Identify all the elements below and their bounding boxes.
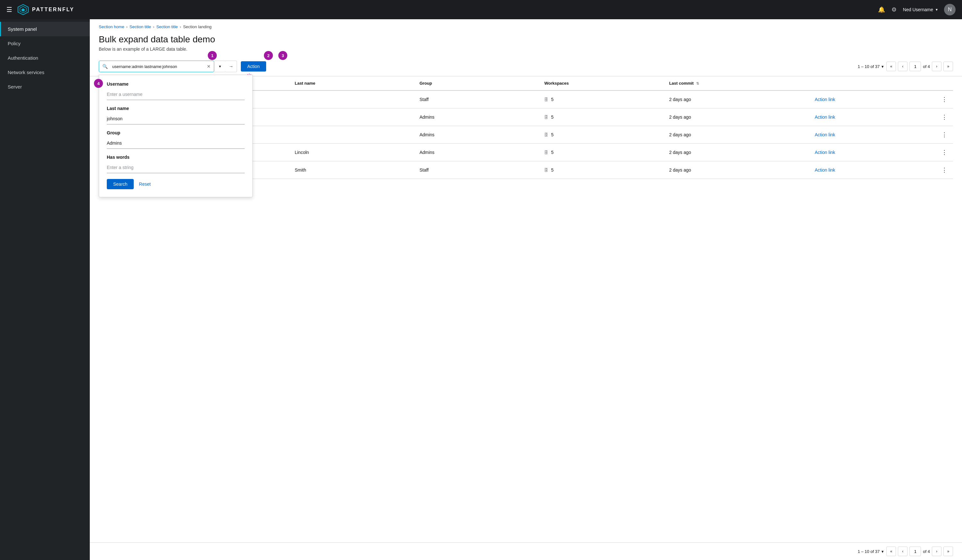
search-clear-button[interactable]: ✕	[203, 64, 214, 69]
cell-workspaces: 🗄 5	[540, 144, 665, 161]
pagination-prev-button[interactable]: ‹	[898, 61, 907, 71]
breadcrumb-link-title2[interactable]: Section title	[156, 24, 178, 29]
pagination-of-label: of 4	[923, 64, 930, 69]
settings-icon[interactable]: ⚙	[891, 6, 897, 13]
lastname-label: Last name	[107, 106, 245, 111]
cell-group: Admins	[416, 126, 540, 144]
sidebar-item-label: System panel	[8, 26, 37, 32]
dropdown-actions: Search Reset	[107, 179, 245, 189]
bottom-pagination-first-button[interactable]: «	[886, 547, 896, 556]
pagination-first-button[interactable]: «	[886, 61, 896, 71]
pagination-page-input[interactable]	[909, 61, 921, 71]
cell-lastname: Smith	[291, 161, 416, 179]
action-link[interactable]: Action link	[815, 97, 835, 102]
sidebar-item-label: Policy	[8, 41, 21, 46]
sidebar-item-systempanel[interactable]: System panel	[0, 22, 90, 36]
username-input[interactable]	[107, 89, 245, 100]
bottom-pagination-last-button[interactable]: »	[943, 547, 953, 556]
sidebar-item-authentication[interactable]: Authentication	[0, 51, 90, 65]
annotation-badge-1: 1	[208, 51, 217, 60]
toolbar-pagination: 1 – 10 of 37 ▾ « ‹ of 4 › »	[858, 61, 953, 71]
cell-group: Admins	[416, 108, 540, 126]
workspaces-count: 5	[551, 168, 554, 173]
reset-button[interactable]: Reset	[139, 182, 151, 187]
action-link[interactable]: Action link	[815, 168, 835, 173]
topnav: ☰ PATTERNFLY 🔔 ⚙ Ned Username ▾ N	[0, 0, 962, 19]
sidebar-item-label: Authentication	[8, 55, 38, 61]
breadcrumb-sep-2: ›	[153, 24, 154, 29]
cell-group: Staff	[416, 90, 540, 108]
workspaces-count: 5	[551, 150, 554, 155]
sidebar-item-policy[interactable]: Policy	[0, 36, 90, 51]
sidebar-item-networkservices[interactable]: Network services	[0, 65, 90, 79]
sidebar-item-label: Network services	[8, 69, 44, 75]
lastname-input[interactable]	[107, 113, 245, 124]
hamburger-icon[interactable]: ☰	[6, 6, 12, 13]
bottom-pagination: 1 – 10 of 37 ▾ « ‹ of 4 › »	[90, 542, 962, 560]
topnav-actions: 🔔 ⚙ Ned Username ▾ N	[878, 4, 956, 15]
col-header-workspaces: Workspaces	[540, 76, 665, 90]
workspaces-count: 5	[551, 97, 554, 102]
cell-lastname	[291, 126, 416, 144]
bottom-pagination-page-input[interactable]	[909, 547, 921, 556]
sidebar-item-label: Server	[8, 84, 22, 89]
action-link[interactable]: Action link	[815, 150, 835, 155]
search-expand-button[interactable]: ▾	[214, 61, 226, 72]
workspace-icon: 🗄	[544, 168, 548, 173]
page-subtitle: Below is an example of a LARGE data tabl…	[99, 47, 953, 52]
row-menu-button[interactable]: ⋮	[939, 113, 949, 121]
cell-lastname	[291, 108, 416, 126]
row-menu-button[interactable]: ⋮	[939, 95, 949, 103]
notification-icon[interactable]: 🔔	[878, 6, 885, 13]
lastname-field-group: Last name	[107, 106, 245, 124]
row-menu-button[interactable]: ⋮	[939, 166, 949, 174]
bottom-pagination-range: 1 – 10 of 37 ▾	[858, 549, 885, 555]
username-label: Ned Username	[903, 7, 933, 12]
row-menu-button[interactable]: ⋮	[939, 131, 949, 139]
logo: PATTERNFLY	[17, 4, 74, 15]
cell-lastcommit: 2 days ago	[665, 90, 811, 108]
cell-group: Admins	[416, 144, 540, 161]
toolbar: 1 2 3 🔍 username:admin lastname:johnson …	[90, 57, 962, 76]
search-button[interactable]: Search	[107, 179, 134, 189]
search-icon: 🔍	[99, 64, 111, 69]
col-header-lastcommit: Last commit ⇅	[665, 76, 811, 90]
breadcrumb-link-title1[interactable]: Section title	[129, 24, 151, 29]
search-arrow-button[interactable]: →	[226, 61, 237, 72]
workspaces-count: 5	[551, 132, 554, 137]
row-menu-button[interactable]: ⋮	[939, 148, 949, 157]
user-dropdown-arrow: ▾	[936, 7, 938, 12]
annotation-badge-4: 4	[94, 79, 103, 88]
avatar[interactable]: N	[944, 4, 956, 15]
cell-lastname	[291, 90, 416, 108]
action-button[interactable]: Action	[241, 61, 266, 71]
haswords-input[interactable]	[107, 161, 245, 173]
cell-lastcommit: 2 days ago	[665, 144, 811, 161]
action-link[interactable]: Action link	[815, 115, 835, 119]
layout: System panel Policy Authentication Netwo…	[0, 19, 962, 560]
logo-text: PATTERNFLY	[32, 7, 74, 13]
group-input[interactable]	[107, 137, 245, 149]
user-menu[interactable]: Ned Username ▾	[903, 7, 938, 12]
pagination-range-dropdown[interactable]: ▾	[881, 63, 885, 69]
workspace-icon: 🗄	[544, 150, 548, 155]
username-field-group: Username	[107, 81, 245, 100]
pagination-last-button[interactable]: »	[943, 61, 953, 71]
pagination-next-button[interactable]: ›	[932, 61, 941, 71]
bottom-pagination-controls: 1 – 10 of 37 ▾ « ‹ of 4 › »	[858, 547, 953, 556]
logo-icon	[17, 4, 29, 15]
page-title: Bulk expand data table demo	[99, 34, 953, 45]
sidebar-item-server[interactable]: Server	[0, 79, 90, 94]
sort-icon-lastcommit[interactable]: ⇅	[696, 81, 699, 85]
bottom-pagination-of-label: of 4	[923, 549, 930, 554]
pagination-range: 1 – 10 of 37 ▾	[858, 63, 885, 69]
cell-workspaces: 🗄 5	[540, 126, 665, 144]
breadcrumb-link-home[interactable]: Section home	[99, 24, 124, 29]
breadcrumb: Section home › Section title › Section t…	[90, 19, 962, 32]
bottom-pagination-next-button[interactable]: ›	[932, 547, 941, 556]
cell-workspaces: 🗄 5	[540, 161, 665, 179]
action-link[interactable]: Action link	[815, 132, 835, 137]
svg-marker-2	[21, 8, 25, 11]
bottom-pagination-range-dropdown[interactable]: ▾	[881, 549, 885, 555]
bottom-pagination-prev-button[interactable]: ‹	[898, 547, 907, 556]
